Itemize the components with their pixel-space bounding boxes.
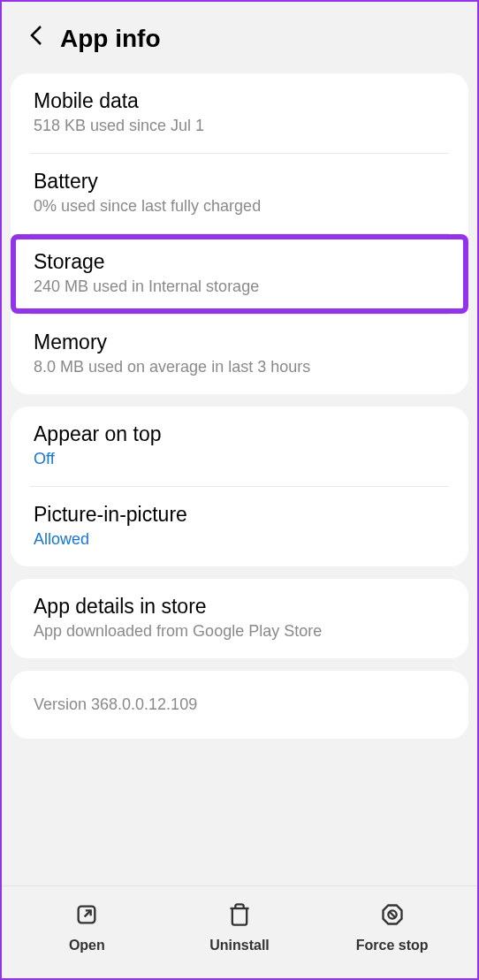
force-stop-label: Force stop <box>356 938 429 953</box>
back-icon[interactable] <box>28 23 44 54</box>
open-label: Open <box>69 938 105 953</box>
app-details-title: App details in store <box>34 595 445 619</box>
memory-subtitle: 8.0 MB used on average in last 3 hours <box>34 358 445 376</box>
storage-row-wrapper: Storage 240 MB used in Internal storage <box>11 234 468 314</box>
mobile-data-row[interactable]: Mobile data 518 KB used since Jul 1 <box>11 73 468 153</box>
storage-subtitle: 240 MB used in Internal storage <box>34 277 445 296</box>
uninstall-button[interactable]: Uninstall <box>163 902 316 953</box>
storage-title: Storage <box>34 250 445 274</box>
store-card: App details in store App downloaded from… <box>11 579 468 658</box>
mobile-data-title: Mobile data <box>34 89 445 113</box>
stop-icon <box>380 902 405 931</box>
memory-row[interactable]: Memory 8.0 MB used on average in last 3 … <box>11 315 468 394</box>
battery-subtitle: 0% used since last fully charged <box>34 197 445 216</box>
header: App info <box>2 2 477 73</box>
trash-icon <box>227 902 252 931</box>
app-details-row[interactable]: App details in store App downloaded from… <box>11 579 468 658</box>
battery-row[interactable]: Battery 0% used since last fully charged <box>11 154 468 233</box>
overlay-card: Appear on top Off Picture-in-picture All… <box>11 406 468 566</box>
storage-row[interactable]: Storage 240 MB used in Internal storage <box>11 234 468 314</box>
appear-on-top-value: Off <box>34 450 445 468</box>
battery-title: Battery <box>34 170 445 194</box>
pip-value: Allowed <box>34 530 445 549</box>
svg-line-4 <box>389 912 395 918</box>
appear-on-top-title: Appear on top <box>34 422 445 446</box>
open-button[interactable]: Open <box>11 902 163 953</box>
usage-card: Mobile data 518 KB used since Jul 1 Batt… <box>11 73 468 394</box>
app-details-subtitle: App downloaded from Google Play Store <box>34 622 445 641</box>
version-card: Version 368.0.0.12.109 <box>11 671 468 739</box>
appear-on-top-row[interactable]: Appear on top Off <box>11 406 468 486</box>
pip-title: Picture-in-picture <box>34 503 445 527</box>
mobile-data-subtitle: 518 KB used since Jul 1 <box>34 117 445 135</box>
page-title: App info <box>60 25 161 53</box>
force-stop-button[interactable]: Force stop <box>316 902 468 953</box>
open-icon <box>74 902 99 931</box>
version-text: Version 368.0.0.12.109 <box>34 695 445 714</box>
pip-row[interactable]: Picture-in-picture Allowed <box>11 487 468 566</box>
bottom-bar: Open Uninstall Force stop <box>2 885 477 978</box>
uninstall-label: Uninstall <box>209 938 270 953</box>
memory-title: Memory <box>34 330 445 354</box>
